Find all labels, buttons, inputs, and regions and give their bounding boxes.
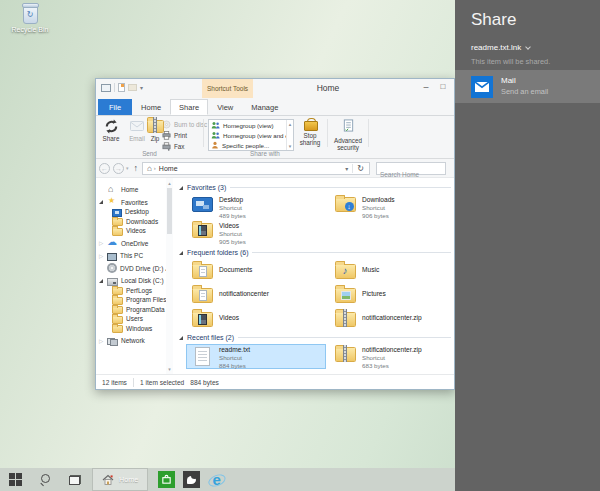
file-tile[interactable]: Videos <box>186 307 326 330</box>
file-tile[interactable]: Music <box>329 259 454 282</box>
collapse-triangle-icon[interactable] <box>179 336 183 340</box>
window-icon <box>101 84 111 92</box>
advanced-security-button[interactable]: Advanced security <box>332 118 364 151</box>
file-tile[interactable]: notificationcenter.zipShortcut683 bytes <box>329 344 454 369</box>
nav-item-onedrive[interactable]: ▷OneDrive <box>96 239 166 249</box>
windows-logo-icon <box>9 473 22 486</box>
nav-item-programdata[interactable]: ProgramData <box>96 305 166 315</box>
search-box[interactable] <box>376 162 446 175</box>
start-button[interactable] <box>0 468 30 491</box>
nav-item-downloads[interactable]: Downloads <box>96 217 166 227</box>
nav-item-this-pc[interactable]: ▷This PC <box>96 251 166 261</box>
share-with-option[interactable]: Homegroup (view and edit) <box>209 130 286 140</box>
share-with-option[interactable]: Specific people... <box>209 140 286 150</box>
breadcrumb[interactable]: ⌂ › Home ▾ ↻ <box>142 162 370 175</box>
collapse-triangle-icon[interactable] <box>179 251 183 255</box>
nav-item-home[interactable]: Home <box>96 185 166 195</box>
network-icon <box>107 338 118 346</box>
file-tile[interactable]: VideosShortcut905 bytes <box>186 220 326 245</box>
nav-item-network[interactable]: ▷Network <box>96 336 166 346</box>
ribbon-tab-share[interactable]: Share <box>170 99 208 115</box>
file-size: 905 bytes <box>219 238 246 246</box>
lock-icon <box>304 118 316 131</box>
file-tile[interactable]: DesktopShortcut489 bytes <box>186 194 326 219</box>
group-title: Frequent folders (6) <box>187 249 248 256</box>
share-target-mail[interactable]: MailSend an email <box>455 70 600 103</box>
share-with-listbox[interactable]: Homegroup (view)Homegroup (view and edit… <box>208 119 294 151</box>
file-tile[interactable]: readme.txtShortcut884 bytes <box>186 344 326 369</box>
refresh-icon[interactable]: ↻ <box>352 164 366 173</box>
share-with-scrollbar[interactable]: ▴▾ <box>286 120 293 150</box>
nav-scrollbar-thumb[interactable] <box>167 188 172 234</box>
email-icon <box>130 118 144 134</box>
mail-icon <box>471 76 493 98</box>
title-bar[interactable]: ▾ Shortcut Tools Home – □ <box>96 79 454 99</box>
history-dropdown-icon[interactable]: ▾ <box>126 165 129 171</box>
new-folder-icon[interactable] <box>128 84 137 91</box>
file-tile[interactable]: DownloadsShortcut906 bytes <box>329 194 454 219</box>
nav-expander-icon[interactable] <box>98 200 104 204</box>
up-button[interactable]: ↑ <box>134 163 139 173</box>
ribbon-print-button[interactable]: Print <box>162 131 207 140</box>
ribbon-tab-home[interactable]: Home <box>132 99 170 115</box>
share-target-name: Mail <box>501 76 548 86</box>
windows-store-icon[interactable] <box>158 471 175 488</box>
file-tile[interactable]: Pictures <box>329 283 454 306</box>
stop-sharing-button[interactable]: Stop sharing <box>296 118 324 146</box>
nav-item-windows[interactable]: Windows <box>96 324 166 334</box>
taskbar-home-window-button[interactable]: Home <box>92 468 148 491</box>
minimize-button[interactable]: – <box>419 80 433 94</box>
nav-expander-icon[interactable]: ▷ <box>98 253 104 259</box>
ribbon-tab-manage[interactable]: Manage <box>242 99 287 115</box>
nav-item-users[interactable]: Users <box>96 314 166 324</box>
nav-item-dvd-drive-d-jv[interactable]: DVD Drive (D:) JV <box>96 264 166 274</box>
collapse-triangle-icon[interactable] <box>179 186 183 190</box>
nav-item-videos[interactable]: Videos <box>96 226 166 236</box>
nav-expander-icon[interactable]: ▷ <box>98 240 104 246</box>
nav-expander-icon[interactable] <box>98 279 104 283</box>
nav-item-favorites[interactable]: Favorites <box>96 198 166 208</box>
ribbon-share-button[interactable]: Share <box>99 118 123 142</box>
nav-item-label: Downloads <box>126 218 158 225</box>
nav-item-desktop[interactable]: Desktop <box>96 207 166 217</box>
task-view-button[interactable] <box>60 468 90 491</box>
nav-item-program-files[interactable]: Program Files <box>96 295 166 305</box>
nav-expander-icon[interactable]: ▷ <box>98 338 104 344</box>
file-name: Desktop <box>219 196 246 204</box>
disk-icon <box>107 278 118 286</box>
forward-button[interactable]: → <box>113 163 124 174</box>
nav-item-label: OneDrive <box>121 240 148 247</box>
share-item-selector[interactable]: readme.txt.lnk <box>471 43 530 52</box>
file-tile[interactable]: Documents <box>186 259 326 282</box>
textfile-icon <box>190 346 214 366</box>
back-button[interactable]: ← <box>99 163 110 174</box>
quick-access-toolbar[interactable]: ▾ <box>101 83 143 92</box>
breadcrumb-root[interactable]: Home <box>159 165 178 172</box>
taskbar-pinned-apps: e <box>158 471 225 488</box>
group-header[interactable]: Recent files (2) <box>174 331 454 344</box>
group-header[interactable]: Frequent folders (6) <box>174 246 454 259</box>
media-app-icon[interactable] <box>183 471 200 488</box>
properties-icon[interactable] <box>118 83 125 92</box>
file-tile[interactable]: notificationcenter <box>186 283 326 306</box>
group-header[interactable]: Favorites (3) <box>174 181 454 194</box>
qat-dropdown-icon[interactable]: ▾ <box>140 84 143 91</box>
nav-item-local-disk-c-[interactable]: Local Disk (C:) <box>96 276 166 286</box>
nav-item-label: Favorites <box>121 199 148 206</box>
status-items-count: 12 items <box>102 379 127 386</box>
share-with-option[interactable]: Homegroup (view) <box>209 120 286 130</box>
ribbon-tab-view[interactable]: View <box>208 99 242 115</box>
zip-icon <box>147 118 164 134</box>
search-button[interactable] <box>30 468 60 491</box>
home-icon: ⌂ <box>147 164 152 173</box>
address-dropdown-icon[interactable]: ▾ <box>345 165 348 172</box>
maximize-button[interactable]: □ <box>436 80 450 94</box>
recycle-bin[interactable]: ↻ Recycle Bin <box>6 5 54 33</box>
address-bar: ← → ▾ ↑ ⌂ › Home ▾ ↻ <box>96 159 454 177</box>
file-tile[interactable]: notificationcenter.zip <box>329 307 454 330</box>
nav-item-perflogs[interactable]: PerfLogs <box>96 286 166 296</box>
internet-explorer-icon[interactable]: e <box>208 471 225 488</box>
ribbon-tab-file[interactable]: File <box>98 99 132 115</box>
ribbon-zip-button[interactable]: Zip <box>143 118 167 142</box>
folder-doc-icon <box>190 263 214 279</box>
